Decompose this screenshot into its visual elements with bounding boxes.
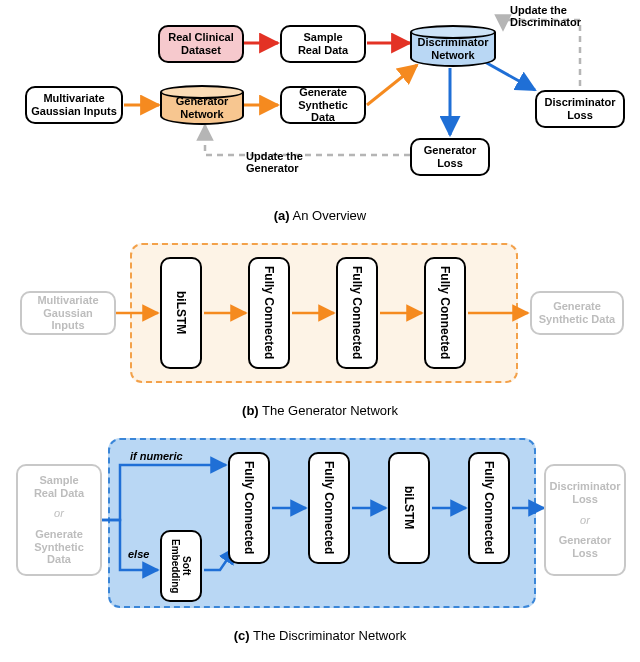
cyl-generator-network: Generator Network bbox=[160, 85, 244, 125]
box-real-clinical-dataset: Real Clinical Dataset bbox=[158, 25, 244, 63]
box-b-layer-2: Fully Connected bbox=[336, 257, 378, 369]
cyl-discriminator-network: Discriminator Network bbox=[410, 25, 496, 67]
box-b-layer-1: Fully Connected bbox=[248, 257, 290, 369]
box-sample-real-data: Sample Real Data bbox=[280, 25, 366, 63]
panel-c: Sample Real Data or Generate Synthetic D… bbox=[10, 430, 630, 620]
box-generator-loss: Generator Loss bbox=[410, 138, 490, 176]
box-c-layer-0: Fully Connected bbox=[228, 452, 270, 564]
box-c-soft-embedding: Soft Embedding bbox=[160, 530, 202, 602]
panel-a: Real Clinical Dataset Sample Real Data D… bbox=[10, 10, 630, 200]
box-b-output: Generate Synthetic Data bbox=[530, 291, 624, 335]
annot-update-discriminator: Update the Discriminator bbox=[510, 4, 581, 28]
caption-c: (c) The Discriminator Network bbox=[10, 628, 630, 643]
box-c-layer-3: Fully Connected bbox=[468, 452, 510, 564]
box-c-output: Discriminator Loss or Generator Loss bbox=[544, 464, 626, 576]
box-generate-synthetic-data: Generate Synthetic Data bbox=[280, 86, 366, 124]
box-b-layer-0: biLSTM bbox=[160, 257, 202, 369]
annot-if-numeric: if numeric bbox=[130, 450, 183, 462]
caption-a: (a) An Overview bbox=[10, 208, 630, 223]
box-discriminator-loss: Discriminator Loss bbox=[535, 90, 625, 128]
box-multivariate-gaussian-inputs: Multivariate Gaussian Inputs bbox=[25, 86, 123, 124]
box-b-layer-3: Fully Connected bbox=[424, 257, 466, 369]
annot-update-generator: Update the Generator bbox=[246, 150, 303, 174]
caption-b: (b) The Generator Network bbox=[10, 403, 630, 418]
box-c-layer-1: Fully Connected bbox=[308, 452, 350, 564]
panel-b: Multivariate Gaussian Inputs biLSTM Full… bbox=[10, 235, 630, 395]
box-c-layer-2: biLSTM bbox=[388, 452, 430, 564]
box-c-input: Sample Real Data or Generate Synthetic D… bbox=[16, 464, 102, 576]
svg-line-4 bbox=[367, 65, 417, 105]
annot-else: else bbox=[128, 548, 149, 560]
box-b-input: Multivariate Gaussian Inputs bbox=[20, 291, 116, 335]
